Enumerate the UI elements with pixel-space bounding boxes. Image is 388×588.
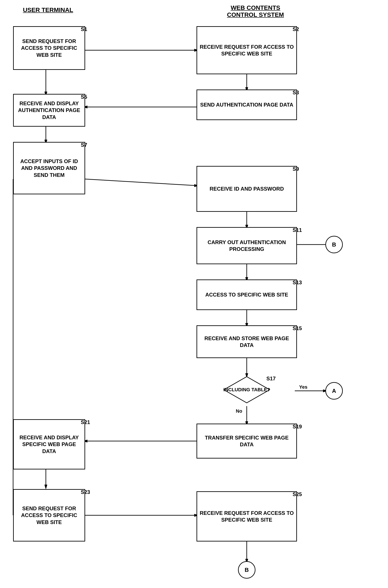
s9-box: RECEIVE ID AND PASSWORD <box>196 166 297 212</box>
yes-label: Yes <box>299 384 307 390</box>
svg-line-10 <box>85 179 196 186</box>
header-user-terminal: USER TERMINAL <box>13 6 83 14</box>
s3-label: S3 <box>292 90 299 96</box>
s17-diamond: INCLUDING TABLE? <box>223 376 271 404</box>
circle-a: A <box>325 382 343 400</box>
flowchart-container: USER TERMINAL WEB CONTENTS CONTROL SYSTE… <box>0 0 388 588</box>
s17-label: S17 <box>267 376 276 382</box>
s1-label: S1 <box>81 26 87 32</box>
s11-box: CARRY OUT AUTHENTICATION PROCESSING <box>196 227 297 264</box>
s7-box: ACCEPT INPUTS OF ID AND PASSWORD AND SEN… <box>13 142 85 194</box>
s25-label: S25 <box>292 491 302 497</box>
s23-label: S23 <box>81 489 90 495</box>
header-web-contents: WEB CONTENTS CONTROL SYSTEM <box>201 4 310 18</box>
s15-label: S15 <box>292 325 302 331</box>
s21-box: RECEIVE AND DISPLAY SPECIFIC WEB PAGE DA… <box>13 419 85 470</box>
s1-box: SEND REQUEST FOR ACCESS TO SPECIFIC WEB … <box>13 26 85 70</box>
svg-marker-29 <box>45 485 47 489</box>
circle-b-top: B <box>325 236 343 253</box>
s3-box: SEND AUTHENTICATION PAGE DATA <box>196 90 297 120</box>
s5-label: S5 <box>81 94 87 100</box>
s19-label: S19 <box>292 423 302 430</box>
s13-label: S13 <box>292 280 302 286</box>
s19-box: TRANSFER SPECIFIC WEB PAGE DATA <box>196 423 297 459</box>
s2-label: S2 <box>292 26 299 32</box>
s21-label: S21 <box>81 419 90 425</box>
circle-b-bottom: B <box>238 561 255 579</box>
s25-box: RECEIVE REQUEST FOR ACCESS TO SPECIFIC W… <box>196 491 297 541</box>
s5-box: RECEIVE AND DISPLAY AUTHENTICATION PAGE … <box>13 94 85 127</box>
s2-box: RECEIVE REQUEST FOR ACCESS TO SPECIFIC W… <box>196 26 297 74</box>
s11-label: S11 <box>292 227 302 233</box>
no-label: No <box>236 408 242 414</box>
s15-box: RECEIVE AND STORE WEB PAGE DATA <box>196 325 297 358</box>
s13-box: ACCESS TO SPECIFIC WEB SITE <box>196 280 297 310</box>
s23-box: SEND REQUEST FOR ACCESS TO SPECIFIC WEB … <box>13 489 85 541</box>
s7-label: S7 <box>81 142 87 148</box>
s9-label: S9 <box>292 166 299 172</box>
